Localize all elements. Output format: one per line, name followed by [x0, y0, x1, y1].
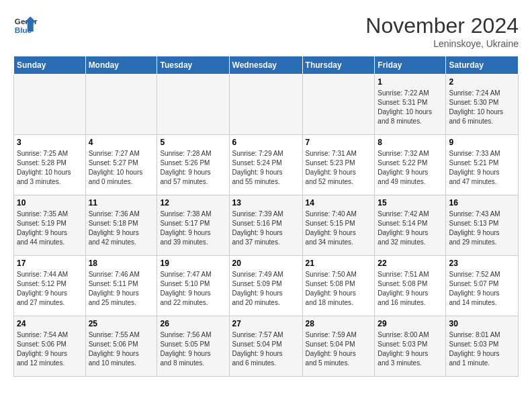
- day-number: 11: [89, 198, 154, 208]
- calendar-week-row: 3Sunrise: 7:25 AM Sunset: 5:28 PM Daylig…: [14, 135, 519, 195]
- day-number: 9: [449, 138, 515, 147]
- weekday-header: Monday: [85, 56, 157, 75]
- calendar-cell: 19Sunrise: 7:47 AM Sunset: 5:10 PM Dayli…: [157, 256, 229, 316]
- calendar-week-row: 1Sunrise: 7:22 AM Sunset: 5:31 PM Daylig…: [14, 75, 519, 135]
- calendar-cell: 22Sunrise: 7:51 AM Sunset: 5:08 PM Dayli…: [375, 256, 446, 316]
- calendar-cell: 1Sunrise: 7:22 AM Sunset: 5:31 PM Daylig…: [375, 75, 446, 135]
- calendar-table: SundayMondayTuesdayWednesdayThursdayFrid…: [13, 56, 519, 377]
- cell-sun-info: Sunrise: 7:35 AM Sunset: 5:19 PM Dayligh…: [17, 210, 83, 247]
- weekday-header: Friday: [375, 56, 446, 75]
- day-number: 25: [89, 319, 154, 328]
- day-number: 23: [449, 259, 515, 268]
- day-number: 1: [378, 77, 443, 87]
- weekday-header: Saturday: [446, 56, 519, 75]
- calendar-cell: [14, 75, 86, 135]
- calendar-cell: 23Sunrise: 7:52 AM Sunset: 5:07 PM Dayli…: [446, 256, 519, 316]
- day-number: 29: [378, 319, 443, 328]
- calendar-cell: [85, 75, 157, 135]
- calendar-cell: 26Sunrise: 7:56 AM Sunset: 5:05 PM Dayli…: [157, 316, 229, 377]
- day-number: 26: [160, 319, 226, 328]
- day-number: 19: [160, 259, 226, 268]
- calendar-week-row: 24Sunrise: 7:54 AM Sunset: 5:06 PM Dayli…: [14, 316, 519, 377]
- calendar-cell: 15Sunrise: 7:42 AM Sunset: 5:14 PM Dayli…: [375, 195, 446, 256]
- cell-sun-info: Sunrise: 7:27 AM Sunset: 5:27 PM Dayligh…: [89, 149, 154, 187]
- cell-sun-info: Sunrise: 7:52 AM Sunset: 5:07 PM Dayligh…: [449, 270, 515, 308]
- calendar-cell: 3Sunrise: 7:25 AM Sunset: 5:28 PM Daylig…: [14, 135, 86, 195]
- calendar-cell: 27Sunrise: 7:57 AM Sunset: 5:04 PM Dayli…: [229, 316, 302, 377]
- weekday-header-row: SundayMondayTuesdayWednesdayThursdayFrid…: [14, 56, 519, 75]
- day-number: 15: [378, 198, 443, 208]
- cell-sun-info: Sunrise: 7:47 AM Sunset: 5:10 PM Dayligh…: [160, 270, 226, 308]
- calendar-cell: [229, 75, 302, 135]
- cell-sun-info: Sunrise: 7:43 AM Sunset: 5:13 PM Dayligh…: [449, 210, 515, 247]
- location-label: Leninskoye, Ukraine: [365, 38, 519, 49]
- calendar-cell: 21Sunrise: 7:50 AM Sunset: 5:08 PM Dayli…: [302, 256, 375, 316]
- calendar-cell: 20Sunrise: 7:49 AM Sunset: 5:09 PM Dayli…: [229, 256, 302, 316]
- day-number: 8: [378, 138, 443, 147]
- day-number: 21: [306, 259, 372, 268]
- day-number: 14: [306, 198, 372, 208]
- day-number: 2: [449, 77, 515, 87]
- cell-sun-info: Sunrise: 7:49 AM Sunset: 5:09 PM Dayligh…: [232, 270, 300, 308]
- day-number: 13: [232, 198, 300, 208]
- cell-sun-info: Sunrise: 7:59 AM Sunset: 5:04 PM Dayligh…: [306, 330, 372, 368]
- cell-sun-info: Sunrise: 7:56 AM Sunset: 5:05 PM Dayligh…: [160, 330, 226, 368]
- day-number: 30: [449, 319, 515, 328]
- day-number: 10: [17, 198, 83, 208]
- calendar-cell: 29Sunrise: 8:00 AM Sunset: 5:03 PM Dayli…: [375, 316, 446, 377]
- day-number: 7: [306, 138, 372, 147]
- calendar-cell: 2Sunrise: 7:24 AM Sunset: 5:30 PM Daylig…: [446, 75, 519, 135]
- cell-sun-info: Sunrise: 7:36 AM Sunset: 5:18 PM Dayligh…: [89, 210, 154, 247]
- day-number: 5: [160, 138, 226, 147]
- cell-sun-info: Sunrise: 7:57 AM Sunset: 5:04 PM Dayligh…: [232, 330, 300, 368]
- logo-icon: General Blue: [13, 13, 38, 38]
- day-number: 17: [17, 259, 83, 268]
- calendar-cell: 11Sunrise: 7:36 AM Sunset: 5:18 PM Dayli…: [85, 195, 157, 256]
- calendar-cell: 10Sunrise: 7:35 AM Sunset: 5:19 PM Dayli…: [14, 195, 86, 256]
- cell-sun-info: Sunrise: 7:40 AM Sunset: 5:15 PM Dayligh…: [306, 210, 372, 247]
- weekday-header: Tuesday: [157, 56, 229, 75]
- cell-sun-info: Sunrise: 7:29 AM Sunset: 5:24 PM Dayligh…: [232, 149, 300, 187]
- cell-sun-info: Sunrise: 7:54 AM Sunset: 5:06 PM Dayligh…: [17, 330, 83, 368]
- calendar-cell: 30Sunrise: 8:01 AM Sunset: 5:03 PM Dayli…: [446, 316, 519, 377]
- day-number: 27: [232, 319, 300, 328]
- weekday-header: Sunday: [14, 56, 86, 75]
- calendar-cell: 9Sunrise: 7:33 AM Sunset: 5:21 PM Daylig…: [446, 135, 519, 195]
- day-number: 4: [89, 138, 154, 147]
- day-number: 16: [449, 198, 515, 208]
- calendar-cell: 14Sunrise: 7:40 AM Sunset: 5:15 PM Dayli…: [302, 195, 375, 256]
- day-number: 20: [232, 259, 300, 268]
- day-number: 3: [17, 138, 83, 147]
- cell-sun-info: Sunrise: 7:44 AM Sunset: 5:12 PM Dayligh…: [17, 270, 83, 308]
- cell-sun-info: Sunrise: 7:51 AM Sunset: 5:08 PM Dayligh…: [378, 270, 443, 308]
- calendar-week-row: 10Sunrise: 7:35 AM Sunset: 5:19 PM Dayli…: [14, 195, 519, 256]
- calendar-week-row: 17Sunrise: 7:44 AM Sunset: 5:12 PM Dayli…: [14, 256, 519, 316]
- cell-sun-info: Sunrise: 7:24 AM Sunset: 5:30 PM Dayligh…: [449, 89, 515, 126]
- cell-sun-info: Sunrise: 7:38 AM Sunset: 5:17 PM Dayligh…: [160, 210, 226, 247]
- calendar-cell: 18Sunrise: 7:46 AM Sunset: 5:11 PM Dayli…: [85, 256, 157, 316]
- calendar-cell: 16Sunrise: 7:43 AM Sunset: 5:13 PM Dayli…: [446, 195, 519, 256]
- weekday-header: Wednesday: [229, 56, 302, 75]
- cell-sun-info: Sunrise: 7:55 AM Sunset: 5:06 PM Dayligh…: [89, 330, 154, 368]
- calendar-cell: [302, 75, 375, 135]
- cell-sun-info: Sunrise: 7:50 AM Sunset: 5:08 PM Dayligh…: [306, 270, 372, 308]
- calendar-cell: 6Sunrise: 7:29 AM Sunset: 5:24 PM Daylig…: [229, 135, 302, 195]
- calendar-cell: 17Sunrise: 7:44 AM Sunset: 5:12 PM Dayli…: [14, 256, 86, 316]
- calendar-cell: 8Sunrise: 7:32 AM Sunset: 5:22 PM Daylig…: [375, 135, 446, 195]
- day-number: 28: [306, 319, 372, 328]
- calendar-cell: 28Sunrise: 7:59 AM Sunset: 5:04 PM Dayli…: [302, 316, 375, 377]
- calendar-cell: 13Sunrise: 7:39 AM Sunset: 5:16 PM Dayli…: [229, 195, 302, 256]
- logo: General Blue: [13, 13, 38, 38]
- cell-sun-info: Sunrise: 7:42 AM Sunset: 5:14 PM Dayligh…: [378, 210, 443, 247]
- month-title: November 2024: [365, 13, 519, 38]
- calendar-cell: 25Sunrise: 7:55 AM Sunset: 5:06 PM Dayli…: [85, 316, 157, 377]
- title-area: November 2024 Leninskoye, Ukraine: [365, 13, 519, 49]
- cell-sun-info: Sunrise: 7:25 AM Sunset: 5:28 PM Dayligh…: [17, 149, 83, 187]
- cell-sun-info: Sunrise: 7:33 AM Sunset: 5:21 PM Dayligh…: [449, 149, 515, 187]
- day-number: 22: [378, 259, 443, 268]
- cell-sun-info: Sunrise: 7:32 AM Sunset: 5:22 PM Dayligh…: [378, 149, 443, 187]
- cell-sun-info: Sunrise: 8:00 AM Sunset: 5:03 PM Dayligh…: [378, 330, 443, 368]
- calendar-cell: 12Sunrise: 7:38 AM Sunset: 5:17 PM Dayli…: [157, 195, 229, 256]
- weekday-header: Thursday: [302, 56, 375, 75]
- cell-sun-info: Sunrise: 8:01 AM Sunset: 5:03 PM Dayligh…: [449, 330, 515, 368]
